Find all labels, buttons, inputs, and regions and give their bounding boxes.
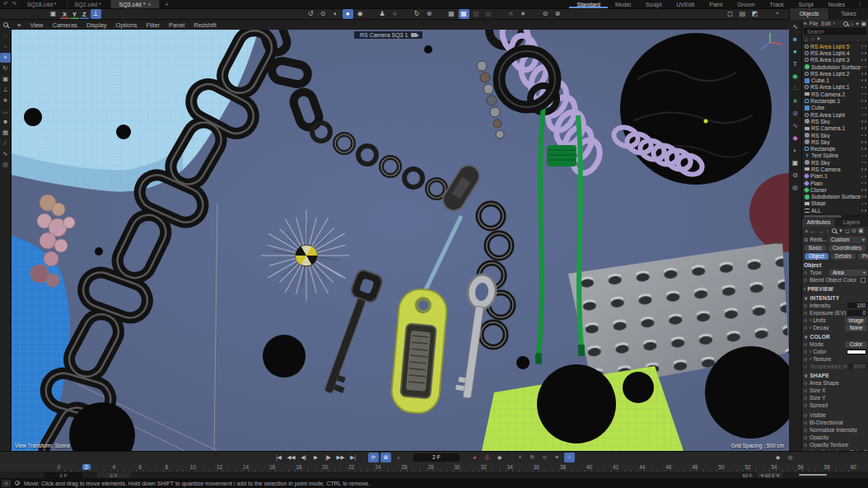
- viewport-menu-item[interactable]: Panel: [169, 21, 184, 29]
- spline-pen-icon[interactable]: ∿: [789, 21, 801, 33]
- layout-tab[interactable]: Standard: [569, 0, 607, 8]
- key-parameter-toggle[interactable]: ≡: [552, 453, 562, 462]
- next-key-button[interactable]: ▶▶: [335, 453, 346, 462]
- home-icon[interactable]: ⌂: [851, 21, 854, 26]
- timeline-tick[interactable]: 52: [744, 464, 750, 470]
- close-icon[interactable]: ×: [147, 2, 151, 7]
- attribute-row[interactable]: Size X: [802, 387, 868, 394]
- pose-icon[interactable]: ○: [390, 9, 400, 19]
- range-start-field[interactable]: 0 F: [44, 472, 82, 478]
- animation-dot[interactable]: [804, 414, 807, 417]
- search-icon[interactable]: [843, 21, 848, 26]
- object-list-item[interactable]: RS Area Light.2: [802, 70, 868, 77]
- visibility-dots[interactable]: [861, 87, 868, 89]
- attribute-row[interactable]: Mode Color: [802, 340, 868, 348]
- object-list-item[interactable]: Cube: [802, 105, 868, 111]
- animation-dot[interactable]: [804, 443, 807, 447]
- pen-tool[interactable]: ∕: [0, 138, 11, 148]
- timeline-tick[interactable]: 44: [639, 464, 645, 470]
- attribute-row[interactable]: Normalize Intensity: [802, 426, 868, 434]
- shading-icon[interactable]: ◐: [330, 9, 341, 19]
- key-scale-toggle[interactable]: ◇: [539, 453, 550, 462]
- filter-toggle-icon[interactable]: ▾: [817, 35, 819, 42]
- up-icon[interactable]: ↑: [811, 36, 814, 42]
- field-icon[interactable]: ⊘: [789, 108, 801, 120]
- object-list-item[interactable]: RS Area Light: [802, 111, 868, 118]
- attribute-group-button[interactable]: Basic: [805, 245, 826, 251]
- visibility-dots[interactable]: [861, 141, 868, 143]
- viewport-menu-item[interactable]: Filter: [146, 21, 160, 29]
- home-icon[interactable]: ⌂: [805, 36, 808, 42]
- selection-sub-tool[interactable]: ◦: [0, 42, 11, 52]
- object-list-item[interactable]: RS Area Light.1: [802, 84, 868, 91]
- attribute-row[interactable]: Size Y: [802, 394, 868, 401]
- attribute-row[interactable]: Opacity Texture: [802, 441, 868, 448]
- volume-icon[interactable]: ◆: [789, 133, 801, 144]
- object-list-item[interactable]: RS Sky: [802, 138, 868, 145]
- cancel-icon[interactable]: ⊗: [553, 9, 563, 19]
- asset-browser-icon[interactable]: ◔: [772, 9, 782, 19]
- attribute-group-button[interactable]: Object: [805, 253, 828, 260]
- object-list-item[interactable]: RS Camera: [802, 166, 868, 172]
- object-list-item[interactable]: RS Sky: [802, 118, 868, 124]
- timeline-tick[interactable]: 16: [269, 464, 275, 470]
- live-selection-tool[interactable]: ◌: [0, 31, 11, 41]
- new-panel-icon[interactable]: ▣: [858, 228, 864, 234]
- animation-dot[interactable]: [804, 396, 807, 400]
- visibility-dots[interactable]: [861, 168, 868, 171]
- attribute-tab[interactable]: Attributes: [802, 218, 835, 227]
- timeline-tick[interactable]: 32: [481, 464, 487, 470]
- up-icon[interactable]: ↑: [825, 228, 830, 234]
- attribute-row[interactable]: COLOR: [802, 333, 868, 340]
- animation-dot[interactable]: [804, 421, 807, 425]
- attribute-row[interactable]: Intensity 100: [802, 302, 868, 309]
- timeline-tick[interactable]: 10: [190, 464, 196, 470]
- object-list-item[interactable]: Subdivision Surface.1: [802, 63, 868, 70]
- move-tool[interactable]: +: [0, 53, 11, 63]
- sound-toggle[interactable]: ♪: [393, 453, 404, 462]
- object-list-item[interactable]: Stage: [802, 200, 868, 207]
- preset-dropdown[interactable]: Custom: [828, 237, 866, 243]
- attribute-row[interactable]: Bi-Directional: [802, 419, 868, 426]
- timeline-tick[interactable]: 24: [375, 464, 380, 470]
- timeline-tick[interactable]: 0: [56, 464, 62, 470]
- back-icon[interactable]: ←: [810, 228, 816, 234]
- end-frame-spinner[interactable]: ◀ 60 F ▶: [758, 472, 782, 478]
- next-frame-button[interactable]: |▶: [323, 453, 334, 462]
- visibility-dots[interactable]: [861, 107, 868, 110]
- search-icon[interactable]: [3, 22, 8, 27]
- animation-dot[interactable]: [804, 382, 807, 385]
- viewport-menu-item[interactable]: Options: [116, 21, 138, 29]
- timeline-tick[interactable]: 6: [138, 464, 143, 470]
- subdivision-surface-icon[interactable]: ◉: [789, 71, 801, 82]
- new-document-button[interactable]: +: [160, 0, 175, 8]
- viewport-scene[interactable]: [12, 30, 789, 451]
- autokey-button[interactable]: Ⓐ: [482, 453, 492, 462]
- workplane-b-icon[interactable]: ▤: [483, 9, 494, 19]
- visibility-dots[interactable]: [861, 114, 868, 116]
- panel-menu-icon[interactable]: ≡: [804, 228, 809, 234]
- axis-lock-button[interactable]: Z: [80, 10, 89, 19]
- axis-center-icon[interactable]: ⊕: [424, 9, 435, 19]
- pick-icon[interactable]: ◉: [355, 9, 366, 19]
- cube-primitive-icon[interactable]: ■: [789, 34, 801, 45]
- snap-grid-icon[interactable]: ▦: [459, 9, 469, 19]
- object-list-item[interactable]: Text Spline: [802, 152, 868, 159]
- object-manager-menu-item[interactable]: Edit: [821, 21, 830, 26]
- attribute-row[interactable]: Object: [802, 261, 868, 269]
- attribute-row[interactable]: Units Image: [802, 317, 868, 324]
- record-button[interactable]: ●: [469, 453, 480, 462]
- timeline-tick[interactable]: 58: [824, 464, 830, 470]
- spline-tool[interactable]: ∿: [0, 149, 11, 159]
- timeline-tick[interactable]: 42: [613, 464, 618, 470]
- attribute-row[interactable]: Color: [802, 348, 868, 355]
- panel-icon[interactable]: ▣: [861, 21, 866, 27]
- lock-icon[interactable]: ◻: [845, 228, 850, 234]
- prev-frame-button[interactable]: ◀|: [298, 453, 309, 462]
- object-list-item[interactable]: RS Area Light.3: [802, 57, 868, 63]
- remove-icon[interactable]: ⊖: [540, 9, 551, 19]
- timeline-tick[interactable]: 50: [718, 464, 724, 470]
- grid-icon[interactable]: ▦: [446, 9, 457, 19]
- attribute-tab[interactable]: Layers: [835, 218, 868, 227]
- render-settings-icon[interactable]: ◩: [749, 9, 760, 19]
